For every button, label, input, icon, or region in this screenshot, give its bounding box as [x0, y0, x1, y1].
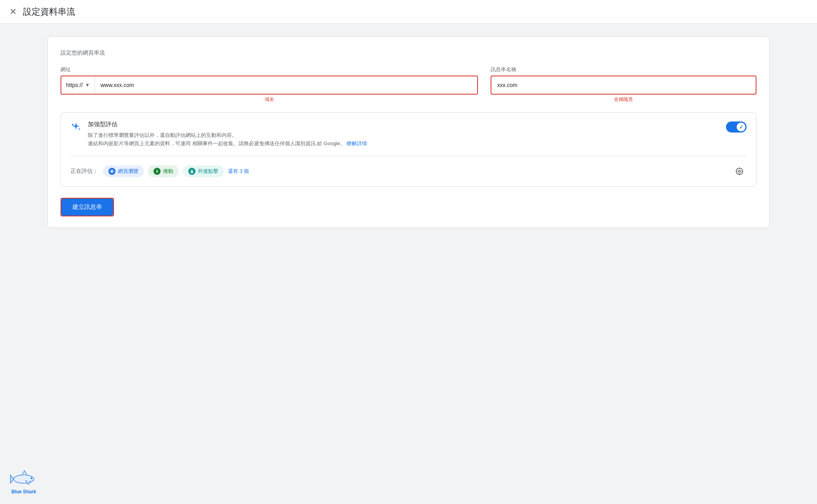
- svg-point-0: [111, 170, 113, 172]
- create-stream-button[interactable]: 建立訊息串: [61, 199, 113, 216]
- url-label: 網址: [61, 66, 478, 73]
- toggle-wrapper: ✓: [726, 121, 747, 133]
- name-field-group: 訊息串名稱: [491, 66, 756, 95]
- svg-point-3: [13, 475, 34, 483]
- badge-scroll-label: 捲動: [163, 168, 173, 175]
- lock-icon: [188, 168, 195, 175]
- name-input-wrapper: [491, 76, 756, 95]
- field-hints-row: 域名 名稱隨意: [61, 96, 756, 103]
- url-text-input[interactable]: [95, 76, 477, 94]
- blue-shark-logo-text: Blue Shark: [11, 489, 36, 495]
- badge-scroll[interactable]: 捲動: [148, 165, 179, 177]
- scroll-icon: [154, 168, 161, 175]
- url-hint: 域名: [61, 96, 478, 103]
- page-title: 設定資料串流: [23, 6, 75, 18]
- more-items-link[interactable]: 還有 3 個: [228, 168, 249, 175]
- chevron-down-icon: ▼: [85, 82, 90, 88]
- name-hint: 名稱隨意: [491, 96, 756, 103]
- svg-point-2: [191, 172, 192, 172]
- top-bar: ✕ 設定資料串流: [0, 0, 817, 24]
- enhanced-desc-line1: 除了進行標準瀏覽量評估以外，還自動評估網站上的互動和內容。: [88, 132, 237, 138]
- svg-point-4: [31, 477, 32, 479]
- badge-ext-click[interactable]: 外連點擊: [183, 165, 224, 177]
- badge-ext-click-label: 外連點擊: [198, 168, 218, 175]
- create-btn-area: 建立訊息串: [61, 198, 756, 216]
- settings-card: 設定您的網頁串流 網址 https:// ▼ 訊息串名稱: [47, 36, 770, 228]
- name-text-input[interactable]: [491, 76, 756, 94]
- toggle-check-icon: ✓: [739, 124, 743, 130]
- card-title: 設定您的網頁串流: [61, 49, 756, 57]
- badge-page-view[interactable]: 網頁瀏覽: [103, 165, 144, 177]
- section-divider: [70, 156, 747, 156]
- blue-shark-logo-image: [8, 468, 40, 487]
- main-content: 設定您的網頁串流 網址 https:// ▼ 訊息串名稱: [0, 24, 817, 241]
- create-btn-wrapper: 建立訊息串: [61, 198, 114, 216]
- badge-page-view-label: 網頁瀏覽: [118, 168, 138, 175]
- enhanced-section: 加強型評估 除了進行標準瀏覽量評估以外，還自動評估網站上的互動和內容。 連結和內…: [61, 112, 756, 187]
- fields-row: 網址 https:// ▼ 訊息串名稱: [61, 66, 756, 95]
- badges-row: 網頁瀏覽 捲動: [103, 165, 732, 177]
- eye-icon: [108, 168, 116, 175]
- learn-more-link[interactable]: 瞭解詳情: [347, 140, 367, 146]
- enhanced-desc: 除了進行標準瀏覽量評估以外，還自動評估網站上的互動和內容。 連結和內嵌影片等網頁…: [88, 131, 720, 148]
- url-protocol-dropdown[interactable]: https:// ▼: [61, 76, 95, 94]
- enhanced-header: 加強型評估 除了進行標準瀏覽量評估以外，還自動評估網站上的互動和內容。 連結和內…: [70, 121, 747, 148]
- toggle-knob: ✓: [737, 123, 745, 131]
- enhanced-left: 加強型評估 除了進行標準瀏覽量評估以外，還自動評估網站上的互動和內容。 連結和內…: [70, 121, 720, 148]
- measuring-row: 正在評估： 網頁瀏覽: [70, 164, 747, 178]
- name-label: 訊息串名稱: [491, 66, 756, 73]
- enhanced-desc-line2: 連結和內嵌影片等網頁上元素的資料，可連同 相關事件一起收集。請務必避免傳送任何個…: [88, 140, 345, 146]
- url-protocol-value: https://: [66, 82, 83, 88]
- url-input-wrapper: https:// ▼: [61, 76, 478, 95]
- gear-icon[interactable]: [732, 164, 747, 178]
- sparkles-icon: [70, 121, 82, 133]
- measuring-label: 正在評估：: [70, 168, 98, 175]
- bottom-logo: Blue Shark: [8, 468, 40, 495]
- url-field-group: 網址 https:// ▼: [61, 66, 478, 95]
- enhanced-text-block: 加強型評估 除了進行標準瀏覽量評估以外，還自動評估網站上的互動和內容。 連結和內…: [88, 121, 720, 148]
- enhanced-toggle[interactable]: ✓: [726, 121, 747, 133]
- close-icon[interactable]: ✕: [9, 8, 17, 16]
- enhanced-title: 加強型評估: [88, 121, 720, 128]
